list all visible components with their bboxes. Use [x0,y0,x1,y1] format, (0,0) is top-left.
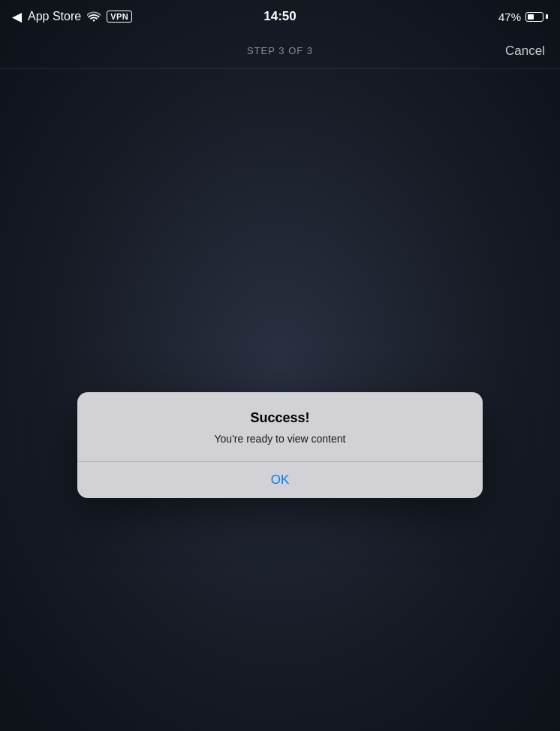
ok-button[interactable]: OK [77,462,483,498]
main-content: Success! You're ready to view content OK [0,69,560,731]
wifi-icon [87,11,101,22]
status-bar: ◀ App Store VPN 14:50 47% [0,0,560,33]
status-bar-left: ◀ App Store VPN [12,9,132,25]
battery-icon [525,12,548,22]
alert-title: Success! [92,410,468,426]
step-indicator: STEP 3 OF 3 [68,45,492,56]
vpn-badge: VPN [107,11,132,23]
nav-bar: STEP 3 OF 3 Cancel [0,33,560,69]
back-arrow-icon[interactable]: ◀ [12,9,22,25]
alert-dialog: Success! You're ready to view content OK [77,392,483,499]
app-store-label: App Store [28,10,81,23]
status-bar-time: 14:50 [263,9,296,24]
status-bar-right: 47% [498,11,548,23]
alert-body: Success! You're ready to view content [77,392,483,462]
cancel-button[interactable]: Cancel [492,44,545,59]
battery-percent: 47% [498,11,521,23]
alert-message: You're ready to view content [92,432,468,447]
alert-actions: OK [77,462,483,498]
